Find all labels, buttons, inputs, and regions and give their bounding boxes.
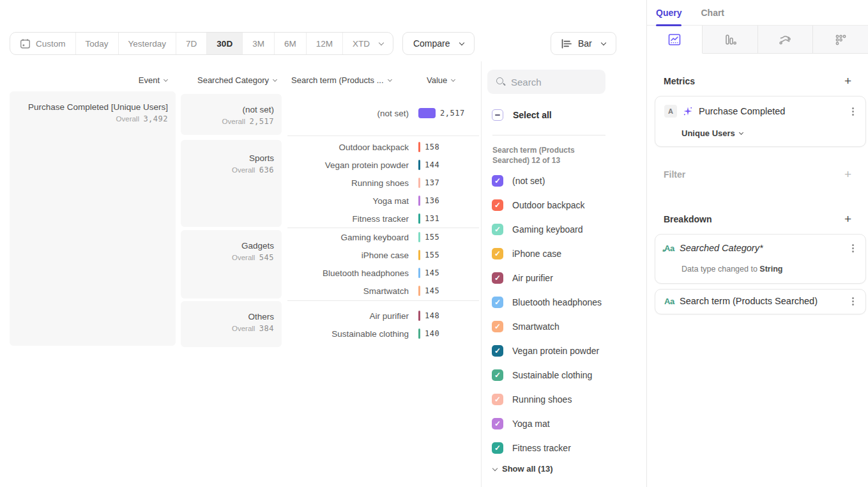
tab-funnels[interactable] <box>703 26 758 54</box>
date-range-today[interactable]: Today <box>75 33 118 54</box>
checkbox-checked[interactable] <box>492 442 503 454</box>
table-row: Gaming keyboard 155 <box>287 228 479 246</box>
chevron-down-icon <box>451 77 455 82</box>
column-header-search-term[interactable]: Search term (Products ... <box>291 75 392 85</box>
column-header-value[interactable]: Value <box>427 75 455 85</box>
date-range-yesterday[interactable]: Yesterday <box>118 33 176 54</box>
checkbox-checked[interactable] <box>492 272 503 284</box>
legend-item[interactable]: (not set) <box>492 169 602 193</box>
table-row: Bluetooth headphones 145 <box>287 264 479 282</box>
search-input[interactable] <box>511 77 594 88</box>
legend-item[interactable]: Fitness tracker <box>492 436 602 460</box>
legend-item[interactable]: Yoga mat <box>492 412 602 436</box>
flows-icon <box>778 33 792 47</box>
date-range-30d-selected[interactable]: 30D <box>206 33 242 54</box>
table-row: Yoga mat 136 <box>287 192 479 210</box>
calendar-icon <box>20 38 31 49</box>
insights-icon <box>667 33 681 47</box>
column-header-event[interactable]: Event <box>10 75 167 85</box>
legend-list-label: Search term (Products Searched) 12 of 13 <box>492 145 607 166</box>
category-cell-gadgets: Gadgets Overall 545 <box>181 230 282 298</box>
metrics-header: Metrics + <box>664 75 851 87</box>
breakdown-options-kebab[interactable] <box>848 296 858 306</box>
add-filter-button[interactable]: + <box>844 169 851 180</box>
event-sparkle-icon <box>683 106 693 116</box>
breakdown-card[interactable]: Aa* Searched Category* Data type changed… <box>655 234 866 284</box>
date-range-12m[interactable]: 12M <box>306 33 342 54</box>
add-breakdown-button[interactable]: + <box>844 213 851 225</box>
legend-item[interactable]: Sustainable clothing <box>492 363 602 387</box>
metric-card[interactable]: A Purchase Completed Unique Users <box>655 96 866 147</box>
checkbox-checked[interactable] <box>492 321 503 332</box>
legend-item[interactable]: Bluetooth headphones <box>492 290 602 314</box>
legend-item[interactable]: Running shoes <box>492 387 602 412</box>
tab-insights-active[interactable] <box>647 26 703 54</box>
tab-retention[interactable] <box>813 26 868 54</box>
chevron-down-icon <box>273 77 277 82</box>
breakdown-note: Data type changed to String <box>681 265 782 274</box>
chevron-down-icon <box>492 466 498 471</box>
metric-name: Purchase Completed <box>699 106 785 116</box>
insights-report-page: Custom Today Yesterday 7D 30D 3M 6M 12M … <box>0 0 868 487</box>
table-row: Air purifier 148 <box>287 307 479 325</box>
legend-item[interactable]: Smartwatch <box>492 314 602 339</box>
checkbox-checked[interactable] <box>492 224 503 235</box>
date-range-label: Custom <box>36 39 66 49</box>
breakdown-options-kebab[interactable] <box>848 243 858 253</box>
legend-item[interactable]: Air purifier <box>492 266 602 290</box>
query-builder-panel: Query Chart Metrics + A <box>646 0 868 487</box>
checkbox-checked[interactable] <box>492 175 503 187</box>
value-bar <box>418 311 420 321</box>
chevron-down-icon <box>379 40 384 45</box>
retention-icon <box>834 33 848 47</box>
column-header-searched-category[interactable]: Searched Category <box>181 75 277 85</box>
breakdown-card[interactable]: Aa Search term (Products Searched) <box>655 289 866 314</box>
date-range-7d[interactable]: 7D <box>176 33 206 54</box>
measurement-dropdown[interactable]: Unique Users <box>681 128 743 138</box>
event-overall: Overall 3,492 <box>16 114 168 123</box>
legend-item[interactable]: Gaming keyboard <box>492 217 602 242</box>
add-metric-button[interactable]: + <box>844 75 851 87</box>
date-range-6m[interactable]: 6M <box>274 33 306 54</box>
tab-query[interactable]: Query <box>656 8 681 18</box>
legend-item[interactable]: Vegan protein powder <box>492 339 602 363</box>
date-range-segmented-control: Custom Today Yesterday 7D 30D 3M 6M 12M … <box>10 32 393 55</box>
compare-button[interactable]: Compare <box>402 32 475 55</box>
legend-item[interactable]: iPhone case <box>492 242 602 266</box>
value-bar <box>418 196 420 206</box>
date-range-toolbar: Custom Today Yesterday 7D 30D 3M 6M 12M … <box>10 32 475 55</box>
select-all-row[interactable]: Select all <box>492 109 552 121</box>
category-cell-others: Others Overall 384 <box>181 301 282 347</box>
active-tab-underline <box>656 24 681 26</box>
legend-items: (not set) Outdoor backpack Gaming keyboa… <box>492 169 602 460</box>
date-range-3m[interactable]: 3M <box>242 33 274 54</box>
select-all-checkbox[interactable] <box>492 109 503 121</box>
tab-chart[interactable]: Chart <box>701 8 724 18</box>
group-separator <box>287 300 479 301</box>
checkbox-checked[interactable] <box>492 369 503 381</box>
metric-options-kebab[interactable] <box>848 106 858 116</box>
tab-flows[interactable] <box>758 26 814 54</box>
table-row: Smartwatch 145 <box>287 282 479 300</box>
checkbox-checked[interactable] <box>492 345 503 357</box>
checkbox-checked[interactable] <box>492 394 503 405</box>
checkbox-checked[interactable] <box>492 297 503 308</box>
checkbox-checked[interactable] <box>492 199 503 211</box>
legend-search[interactable] <box>487 70 605 94</box>
table-row: iPhone case 155 <box>287 246 479 264</box>
value-bar <box>418 232 420 242</box>
show-all-link[interactable]: Show all (13) <box>492 464 552 474</box>
breakdown-header: Breakdown + <box>664 213 851 225</box>
value-bar <box>418 160 420 170</box>
checkbox-checked[interactable] <box>492 418 503 429</box>
chart-type-dropdown[interactable]: Bar <box>551 32 616 55</box>
funnels-icon <box>723 33 737 47</box>
chevron-down-icon <box>739 130 743 134</box>
date-range-xtd[interactable]: XTD <box>342 33 393 54</box>
legend-item[interactable]: Outdoor backpack <box>492 193 602 217</box>
date-range-custom[interactable]: Custom <box>10 33 75 54</box>
checkbox-checked[interactable] <box>492 248 503 259</box>
event-name: Purchase Completed [Unique Users] <box>16 102 168 112</box>
string-property-icon: Aa <box>664 297 680 306</box>
metric-letter-badge: A <box>664 105 677 118</box>
